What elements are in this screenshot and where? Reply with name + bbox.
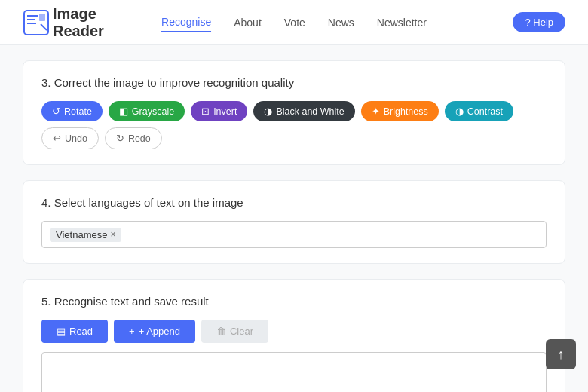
clear-icon: 🗑 <box>216 326 226 337</box>
main-content: 3. Correct the image to improve recognit… <box>0 45 588 392</box>
brightness-icon: ✦ <box>372 106 380 117</box>
svg-rect-1 <box>27 15 38 17</box>
grayscale-icon: ◧ <box>119 106 128 117</box>
svg-rect-2 <box>27 19 35 20</box>
logo-icon <box>23 9 50 36</box>
nav-recognise[interactable]: Recognise <box>161 13 211 32</box>
bw-icon: ◑ <box>264 106 272 117</box>
svg-rect-4 <box>39 14 45 21</box>
redo-button[interactable]: ↻ Redo <box>105 127 162 149</box>
nav-newsletter[interactable]: Newsletter <box>377 14 427 32</box>
section-5-title: 5. Recognise text and save result <box>41 295 547 308</box>
section-4-title: 4. Select languages of text on the image <box>41 196 547 209</box>
logo: Image Reader <box>23 5 104 40</box>
help-button[interactable]: ? Help <box>513 12 565 32</box>
section-5-card: 5. Recognise text and save result ▤ Read… <box>23 279 565 392</box>
main-nav: Recognise About Vote News Newsletter <box>161 13 427 32</box>
language-input-area[interactable]: Vietnamese × <box>41 221 547 248</box>
nav-about[interactable]: About <box>234 14 262 32</box>
output-text-area[interactable] <box>41 352 547 392</box>
rotate-icon: ↺ <box>52 106 60 117</box>
image-correction-toolbar: ↺ Rotate ◧ Grayscale ⊡ Invert ◑ Black an… <box>41 101 547 149</box>
grayscale-button[interactable]: ◧ Grayscale <box>109 101 185 121</box>
section-3-title: 3. Correct the image to improve recognit… <box>41 76 547 89</box>
undo-button[interactable]: ↩ Undo <box>41 127 99 149</box>
invert-button[interactable]: ⊡ Invert <box>191 101 247 121</box>
brightness-button[interactable]: ✦ Brightness <box>361 101 439 121</box>
scroll-to-top-button[interactable]: ↑ <box>546 339 576 369</box>
section-3-card: 3. Correct the image to improve recognit… <box>23 60 565 165</box>
scroll-top-icon: ↑ <box>558 347 565 363</box>
svg-line-5 <box>41 24 47 30</box>
language-tag-vietnamese: Vietnamese × <box>50 228 121 242</box>
read-button[interactable]: ▤ Read <box>41 320 108 343</box>
invert-icon: ⊡ <box>201 106 210 117</box>
rotate-button[interactable]: ↺ Rotate <box>41 101 103 121</box>
blackwhite-button[interactable]: ◑ Black and White <box>253 101 354 121</box>
contrast-button[interactable]: ◑ Contrast <box>445 101 513 121</box>
remove-language-tag[interactable]: × <box>110 229 115 240</box>
action-bar: ▤ Read + + Append 🗑 Clear <box>41 320 547 343</box>
clear-button[interactable]: 🗑 Clear <box>201 320 268 343</box>
section-4-card: 4. Select languages of text on the image… <box>23 180 565 264</box>
redo-icon: ↻ <box>116 133 124 144</box>
read-icon: ▤ <box>57 326 66 337</box>
nav-vote[interactable]: Vote <box>284 14 305 32</box>
contrast-icon: ◑ <box>455 106 464 117</box>
nav-news[interactable]: News <box>328 14 354 32</box>
append-button[interactable]: + + Append <box>114 320 195 343</box>
logo-text: Image Reader <box>53 5 104 40</box>
append-icon: + <box>129 326 135 337</box>
svg-rect-3 <box>27 23 36 24</box>
header: Image Reader Recognise About Vote News N… <box>0 0 588 45</box>
undo-icon: ↩ <box>53 133 61 144</box>
